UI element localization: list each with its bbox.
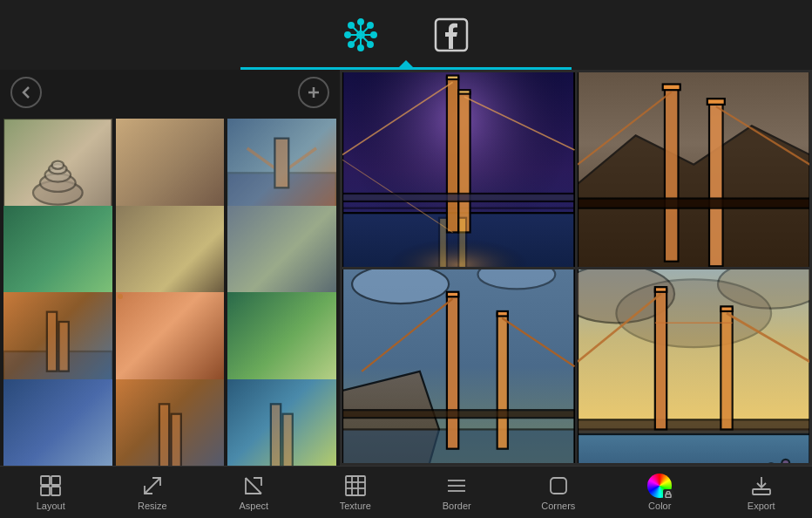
layout-label: Layout [37, 501, 65, 511]
active-indicator-triangle [399, 60, 413, 67]
aspect-label: Aspect [239, 501, 268, 511]
svg-rect-99 [666, 494, 671, 498]
export-label: Export [748, 501, 775, 511]
svg-rect-80 [721, 306, 732, 311]
svg-rect-42 [342, 194, 575, 201]
canvas-cell-4[interactable] [578, 269, 810, 464]
panel-nav [0, 70, 340, 115]
color-label: Color [648, 501, 671, 511]
svg-point-57 [352, 269, 449, 303]
active-indicator-bar [240, 67, 572, 70]
svg-point-21 [52, 161, 64, 169]
corners-label: Corners [541, 501, 575, 511]
corners-tool[interactable]: Corners [528, 470, 589, 515]
svg-rect-61 [447, 293, 458, 448]
svg-rect-45 [439, 218, 447, 267]
svg-rect-54 [662, 85, 680, 91]
layout-tool[interactable]: Layout [20, 470, 81, 515]
border-icon [444, 474, 469, 498]
border-tool[interactable]: Border [426, 470, 487, 515]
svg-point-82 [782, 459, 789, 463]
svg-rect-49 [664, 87, 678, 262]
bottom-toolbar: Layout Resize Aspect [0, 466, 812, 518]
color-icon [647, 474, 672, 498]
svg-rect-67 [497, 310, 508, 316]
left-panel [0, 70, 340, 466]
color-tool[interactable]: Color [629, 470, 690, 515]
resize-label: Resize [138, 501, 167, 511]
svg-rect-79 [654, 287, 666, 292]
back-button[interactable] [10, 77, 42, 108]
aspect-icon [241, 474, 266, 498]
svg-rect-75 [721, 308, 732, 429]
svg-rect-85 [51, 476, 60, 485]
svg-point-11 [368, 23, 373, 28]
svg-rect-55 [707, 99, 724, 105]
texture-icon [343, 474, 368, 498]
texture-label: Texture [340, 501, 371, 511]
thumbnail-10[interactable] [3, 379, 112, 467]
svg-rect-53 [578, 199, 810, 208]
svg-rect-86 [41, 487, 50, 495]
svg-rect-100 [753, 489, 770, 494]
svg-line-89 [246, 478, 261, 494]
svg-rect-74 [654, 289, 666, 429]
color-lock-icon [663, 489, 673, 500]
main-content [0, 70, 812, 466]
svg-rect-25 [275, 139, 289, 188]
svg-rect-27 [47, 312, 57, 371]
thumbnail-11[interactable] [116, 379, 225, 467]
svg-point-5 [358, 19, 363, 24]
texture-tool[interactable]: Texture [325, 470, 386, 515]
thumbnail-12[interactable] [227, 379, 336, 467]
svg-point-6 [358, 45, 363, 51]
svg-rect-84 [41, 476, 50, 485]
svg-rect-31 [271, 404, 281, 466]
layout-icon [38, 474, 63, 498]
svg-rect-87 [51, 487, 60, 495]
header [0, 0, 812, 70]
svg-rect-65 [342, 410, 575, 418]
svg-rect-62 [497, 313, 508, 448]
svg-point-9 [348, 23, 354, 28]
aspect-tool[interactable]: Aspect [223, 470, 284, 515]
svg-rect-29 [159, 404, 169, 466]
export-icon [749, 474, 774, 498]
svg-point-12 [348, 42, 354, 47]
svg-line-88 [145, 478, 160, 494]
svg-point-71 [616, 279, 771, 347]
svg-point-7 [345, 32, 350, 37]
svg-rect-30 [171, 413, 180, 466]
export-tool[interactable]: Export [731, 470, 792, 515]
thumbnails-grid [0, 115, 340, 466]
color-wheel [647, 474, 672, 498]
facebook-icon-btn[interactable] [432, 16, 470, 54]
canvas-cell-1[interactable] [342, 72, 575, 267]
add-button[interactable] [298, 77, 329, 108]
svg-rect-38 [458, 92, 470, 232]
svg-rect-46 [458, 218, 466, 267]
filter-icon-btn[interactable] [342, 16, 380, 54]
svg-rect-43 [447, 76, 458, 79]
corners-icon [546, 474, 571, 498]
svg-point-10 [368, 42, 373, 47]
svg-rect-66 [447, 291, 458, 296]
svg-rect-44 [458, 90, 470, 93]
svg-point-8 [371, 32, 376, 37]
canvas-cell-2[interactable] [578, 72, 810, 267]
svg-rect-98 [551, 478, 566, 494]
svg-rect-90 [346, 476, 365, 495]
svg-rect-32 [283, 413, 293, 466]
canvas-cell-3[interactable] [342, 269, 575, 464]
svg-rect-28 [58, 322, 68, 371]
border-label: Border [443, 501, 471, 511]
resize-icon [140, 474, 165, 498]
svg-rect-37 [447, 78, 458, 233]
resize-tool[interactable]: Resize [122, 470, 183, 515]
svg-rect-73 [578, 419, 810, 434]
canvas-area [340, 70, 812, 466]
svg-rect-50 [709, 102, 723, 267]
